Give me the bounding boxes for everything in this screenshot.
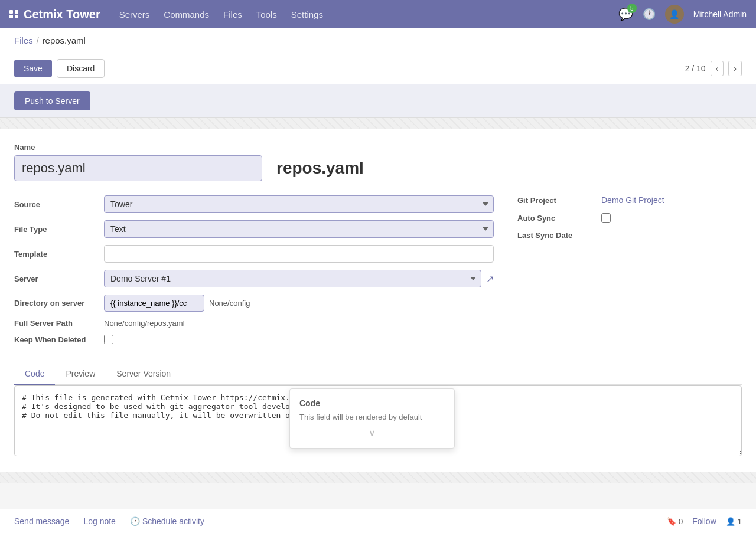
server-select[interactable]: Demo Server #1 Demo Server #2: [104, 270, 481, 287]
keep-deleted-label: Keep When Deleted: [14, 335, 97, 344]
full-path-row: Full Server Path None/config/repos.yaml: [14, 319, 494, 328]
nav-files[interactable]: Files: [223, 9, 242, 19]
breadcrumb-separator: /: [37, 36, 39, 45]
form-grid: Source Tower Git Manual File Type Text B…: [14, 195, 742, 351]
app-title: Cetmix Tower: [24, 8, 100, 21]
full-path-value: None/config/repos.yaml: [104, 319, 185, 328]
git-project-link[interactable]: Demo Git Project: [601, 195, 664, 205]
full-path-label: Full Server Path: [14, 319, 97, 328]
name-input[interactable]: [14, 155, 262, 181]
git-project-label: Git Project: [517, 196, 594, 205]
file-type-row: File Type Text Binary Template: [14, 220, 494, 238]
git-project-row: Git Project Demo Git Project: [517, 195, 742, 205]
pagination-next[interactable]: ›: [728, 61, 742, 76]
directory-row: Directory on server None/config: [14, 295, 494, 312]
keep-deleted-row: Keep When Deleted: [14, 335, 494, 344]
push-to-server-button[interactable]: Push to Server: [14, 91, 90, 110]
tooltip-title: Code: [299, 398, 445, 408]
bottom-action-bar: Send message Log note 🕐 Schedule activit…: [0, 509, 756, 512]
directory-display: None/config: [209, 299, 250, 308]
directory-input[interactable]: [104, 295, 204, 312]
auto-sync-row: Auto Sync: [517, 213, 742, 223]
notifications-count: 5: [627, 4, 637, 13]
action-bar: Save Discard 2 / 10 ‹ ›: [0, 53, 756, 84]
save-button[interactable]: Save: [14, 60, 52, 77]
app-logo[interactable]: Cetmix Tower: [9, 8, 100, 21]
last-sync-label: Last Sync Date: [517, 231, 594, 240]
notifications-button[interactable]: 💬 5: [618, 7, 633, 21]
main-content: Name repos.yaml Source Tower Git Manual: [0, 129, 756, 472]
server-label: Server: [14, 274, 97, 283]
server-row: Server Demo Server #1 Demo Server #2 ↗: [14, 270, 494, 287]
template-row: Template: [14, 245, 494, 263]
name-section: Name repos.yaml: [14, 143, 742, 181]
pagination-prev[interactable]: ‹: [711, 61, 724, 76]
nav-settings[interactable]: Settings: [291, 9, 323, 19]
form-left: Source Tower Git Manual File Type Text B…: [14, 195, 494, 351]
tooltip-body: This field will be rendered by default: [299, 413, 445, 421]
directory-label: Directory on server: [14, 299, 97, 308]
form-right: Git Project Demo Git Project Auto Sync L…: [517, 195, 742, 351]
auto-sync-checkbox[interactable]: [601, 213, 611, 223]
template-label: Template: [14, 250, 97, 259]
tabs-bar: Code Preview Server Version: [14, 363, 742, 385]
divider-top: [0, 118, 756, 129]
breadcrumb: Files / repos.yaml: [0, 28, 756, 53]
pagination-label: 2 / 10: [685, 64, 706, 73]
tooltip-arrow-icon: ∨: [299, 427, 445, 439]
nav-servers[interactable]: Servers: [119, 9, 150, 19]
topnav-right: 💬 5 🕐 👤 Mitchell Admin: [618, 5, 747, 24]
server-external-link-icon[interactable]: ↗: [486, 273, 494, 285]
topnav: Cetmix Tower Servers Commands Files Tool…: [0, 0, 756, 28]
avatar: 👤: [665, 5, 684, 24]
grid-icon: [9, 10, 19, 18]
push-bar: Push to Server: [0, 84, 756, 118]
pagination: 2 / 10 ‹ ›: [685, 61, 742, 76]
keep-deleted-checkbox[interactable]: [104, 335, 113, 344]
tab-server-version[interactable]: Server Version: [106, 363, 181, 385]
breadcrumb-current: repos.yaml: [43, 35, 86, 45]
name-display: repos.yaml: [276, 159, 364, 178]
tab-code[interactable]: Code: [14, 363, 55, 385]
clock-icon[interactable]: 🕐: [643, 8, 656, 21]
last-sync-row: Last Sync Date: [517, 231, 742, 240]
template-select[interactable]: [104, 245, 494, 263]
source-row: Source Tower Git Manual: [14, 195, 494, 213]
topnav-menu: Servers Commands Files Tools Settings: [119, 9, 614, 19]
nav-commands[interactable]: Commands: [164, 9, 209, 19]
divider-bottom: [0, 472, 756, 483]
nav-tools[interactable]: Tools: [256, 9, 277, 19]
source-label: Source: [14, 200, 97, 209]
source-select[interactable]: Tower Git Manual: [104, 195, 494, 213]
file-type-select[interactable]: Text Binary Template: [104, 220, 494, 238]
tab-preview[interactable]: Preview: [55, 363, 106, 385]
code-tooltip-popup: Code This field will be rendered by defa…: [289, 388, 455, 449]
breadcrumb-parent[interactable]: Files: [14, 35, 33, 45]
auto-sync-label: Auto Sync: [517, 214, 594, 223]
discard-button[interactable]: Discard: [57, 59, 105, 78]
name-label: Name: [14, 143, 742, 152]
user-name: Mitchell Admin: [693, 9, 747, 19]
file-type-label: File Type: [14, 225, 97, 234]
